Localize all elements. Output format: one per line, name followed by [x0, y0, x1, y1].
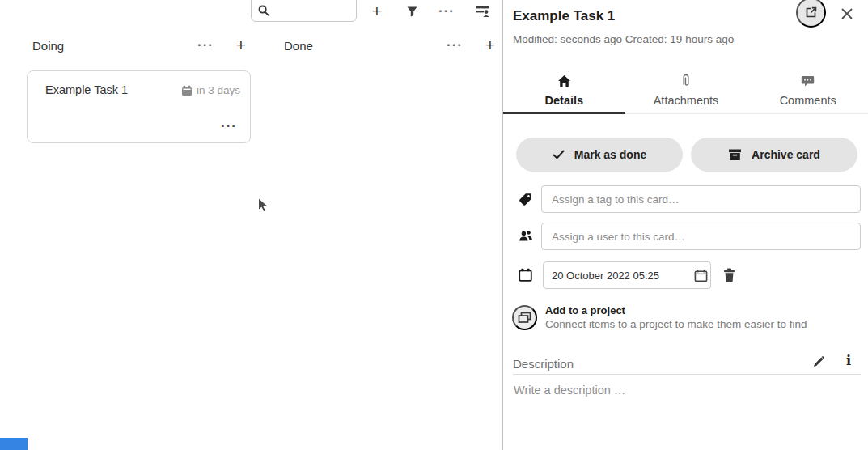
open-in-new-window-button[interactable] — [796, 0, 826, 28]
filter-button[interactable] — [404, 4, 420, 19]
column-doing-add-card-button[interactable]: + — [232, 35, 250, 54]
trash-icon — [723, 268, 735, 282]
panel-card-meta: Modified: seconds ago Created: 19 hours … — [513, 33, 734, 45]
external-link-icon — [804, 6, 818, 19]
more-icon: ··· — [197, 38, 214, 52]
kanban-card[interactable]: Example Task 1 in 3 days ··· — [27, 70, 251, 143]
plus-icon: + — [372, 2, 382, 19]
info-icon: i — [846, 354, 851, 367]
plus-icon: + — [485, 36, 495, 53]
plus-icon: + — [236, 36, 246, 53]
due-date-input[interactable] — [552, 270, 694, 282]
projects-icon — [518, 312, 531, 324]
mark-as-done-button[interactable]: Mark as done — [516, 138, 683, 172]
add-to-project-title[interactable]: Add to a project — [545, 304, 625, 316]
mark-as-done-label: Mark as done — [574, 148, 646, 161]
date-picker-button[interactable] — [694, 269, 708, 282]
board-members-button[interactable] — [473, 4, 491, 19]
tab-comments-label: Comments — [780, 94, 836, 107]
tab-comments[interactable]: Comments — [747, 68, 868, 113]
card-menu-button[interactable]: ··· — [221, 119, 237, 133]
search-input[interactable] — [269, 5, 350, 17]
add-list-button[interactable]: + — [368, 1, 386, 20]
users-icon — [519, 230, 533, 242]
close-panel-button[interactable] — [840, 6, 854, 21]
close-icon — [840, 7, 853, 20]
archive-card-button[interactable]: Archive card — [691, 138, 857, 172]
card-due-badge: in 3 days — [181, 84, 240, 96]
assign-user-input[interactable] — [541, 223, 861, 250]
mouse-cursor — [257, 197, 270, 214]
panel-tabbar: Details Attachments Comments — [503, 68, 868, 114]
panel-card-title: Example Task 1 — [513, 8, 615, 24]
due-date-field[interactable] — [543, 261, 711, 289]
column-title-done: Done — [284, 39, 313, 53]
paperclip-icon — [681, 74, 691, 88]
tag-icon — [519, 193, 532, 206]
column-doing-menu-button[interactable]: ··· — [196, 37, 215, 52]
column-title-doing: Doing — [32, 39, 64, 53]
filter-icon — [406, 6, 418, 18]
more-icon: ··· — [221, 119, 237, 133]
board-menu-button[interactable]: ··· — [437, 2, 456, 19]
tab-details[interactable]: Details — [503, 68, 625, 113]
remove-due-date-button[interactable] — [721, 266, 737, 284]
card-due-text: in 3 days — [197, 84, 240, 96]
archive-icon — [728, 148, 742, 161]
add-to-project-button[interactable] — [512, 305, 537, 330]
calendar-icon — [519, 268, 532, 282]
calendar-icon — [181, 85, 193, 96]
description-placeholder[interactable]: Write a description … — [514, 384, 625, 397]
card-title: Example Task 1 — [45, 83, 128, 96]
tab-details-label: Details — [545, 94, 584, 107]
edit-description-button[interactable] — [811, 354, 827, 369]
cutoff-blue-element — [0, 438, 28, 450]
add-to-project-subtitle: Connect items to a project to make them … — [545, 318, 807, 330]
column-done-add-card-button[interactable]: + — [481, 35, 499, 54]
check-icon — [553, 150, 565, 159]
calendar-picker-icon — [694, 269, 708, 282]
comment-icon — [801, 74, 815, 88]
tab-attachments[interactable]: Attachments — [625, 68, 747, 113]
list-user-icon — [475, 5, 490, 18]
card-details-panel: Example Task 1 Modified: seconds ago Cre… — [502, 0, 868, 450]
tab-attachments-label: Attachments — [654, 94, 719, 107]
more-icon: ··· — [447, 38, 463, 52]
search-input-box[interactable] — [251, 0, 357, 22]
description-info-button[interactable]: i — [842, 354, 855, 368]
assign-tag-input[interactable] — [541, 185, 861, 213]
home-icon — [557, 74, 571, 88]
column-done-menu-button[interactable]: ··· — [445, 37, 464, 52]
description-divider — [513, 374, 861, 375]
description-label: Description — [513, 357, 574, 371]
pencil-icon — [812, 355, 825, 368]
app-window: + ··· Doing ··· + — [0, 0, 868, 450]
search-icon — [258, 5, 269, 16]
kanban-board: + ··· Doing ··· + — [0, 0, 502, 450]
more-icon: ··· — [438, 4, 455, 18]
archive-card-label: Archive card — [752, 148, 820, 161]
